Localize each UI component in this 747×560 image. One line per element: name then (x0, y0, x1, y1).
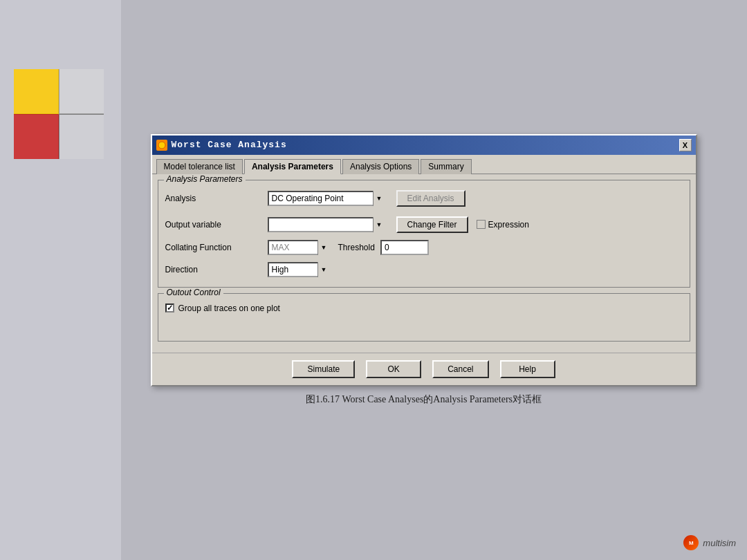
tab-analysis-options[interactable]: Analysis Options (342, 159, 419, 174)
help-button[interactable]: Help (500, 360, 555, 378)
ok-button[interactable]: OK (366, 360, 421, 378)
watermark: M multisim (683, 535, 736, 550)
expression-label: Expression (488, 220, 529, 230)
svg-point-0 (158, 142, 165, 149)
title-icon (156, 140, 167, 151)
analysis-label: Analysis (165, 194, 262, 203)
tab-summary[interactable]: Summary (421, 159, 471, 174)
tab-analysis-parameters[interactable]: Analysis Parameters (244, 159, 341, 174)
dialog-title: Worst Case Analysis (172, 140, 287, 150)
caption: 图1.6.17 Worst Case Analyses的Analysis Par… (306, 393, 542, 406)
group-all-traces-checkbox[interactable]: ✓ (165, 304, 174, 312)
direction-label: Direction (165, 265, 262, 274)
collating-function-label: Collating Function (165, 243, 262, 252)
edit-analysis-button[interactable]: Edit Analysis (396, 190, 465, 207)
title-bar: Worst Case Analysis X (152, 136, 696, 155)
close-button[interactable]: X (679, 139, 692, 151)
output-variable-select[interactable] (268, 217, 385, 232)
analysis-select[interactable]: DC Operating Point (268, 191, 385, 206)
direction-select-wrapper[interactable]: High ▼ (268, 262, 330, 277)
tab-bar: Model tolerance list Analysis Parameters… (152, 155, 696, 174)
output-variable-select-wrapper[interactable]: ▼ (268, 217, 385, 232)
multisim-icon: M (683, 535, 699, 550)
group-title-analysis: Analysis Parameters (164, 174, 246, 184)
threshold-input[interactable] (380, 240, 429, 255)
expression-checkbox[interactable] (477, 220, 486, 229)
analysis-parameters-group: Analysis Parameters Analysis DC Operatin… (158, 180, 690, 288)
simulate-button[interactable]: Simulate (292, 360, 355, 378)
dialog-window: Worst Case Analysis X Model tolerance li… (151, 134, 697, 386)
brand-label: multisim (703, 538, 736, 548)
threshold-label: Threshold (338, 243, 375, 252)
change-filter-button[interactable]: Change Filter (396, 216, 468, 233)
collating-function-select[interactable]: MAX (268, 240, 330, 255)
group-all-traces-label: Group all traces on one plot (178, 304, 280, 313)
button-bar: Simulate OK Cancel Help (152, 353, 696, 385)
cancel-button[interactable]: Cancel (432, 360, 488, 378)
analysis-select-wrapper[interactable]: DC Operating Point ▼ (268, 191, 385, 206)
expression-row: Expression (477, 220, 529, 230)
collating-function-select-wrapper[interactable]: MAX ▼ (268, 240, 330, 255)
group-title-output: Outout Control (164, 288, 223, 297)
tab-model-tolerance[interactable]: Model tolerance list (156, 159, 243, 174)
output-variable-label: Output variable (165, 220, 262, 230)
direction-select[interactable]: High (268, 262, 330, 277)
output-control-group: Outout Control ✓ Group all traces on one… (158, 293, 690, 342)
